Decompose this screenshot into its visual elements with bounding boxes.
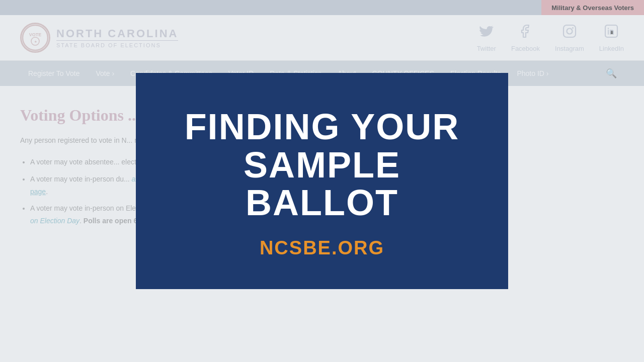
- modal-box: FINDING YOURSAMPLE BALLOT NCSBE.ORG: [136, 73, 508, 289]
- modal-headline: FINDING YOURSAMPLE BALLOT: [166, 108, 478, 222]
- modal-url: NCSBE.ORG: [260, 237, 384, 259]
- modal-overlay[interactable]: FINDING YOURSAMPLE BALLOT NCSBE.ORG: [0, 0, 644, 362]
